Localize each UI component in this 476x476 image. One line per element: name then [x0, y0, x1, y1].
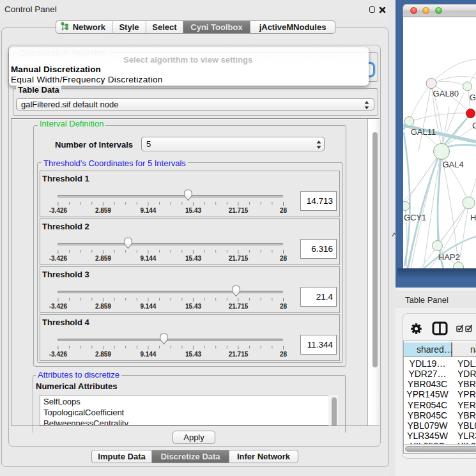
svg-text:GAL80: GAL80	[433, 89, 459, 98]
svg-text:HA: HA	[470, 213, 476, 222]
svg-text:CY: CY	[472, 121, 476, 130]
svg-text:GA: GA	[470, 93, 476, 102]
svg-text:GCY1: GCY1	[404, 213, 426, 222]
svg-text:GAL11: GAL11	[411, 127, 436, 137]
svg-text:HAP2: HAP2	[438, 252, 460, 262]
svg-text:GAL4: GAL4	[443, 160, 464, 169]
